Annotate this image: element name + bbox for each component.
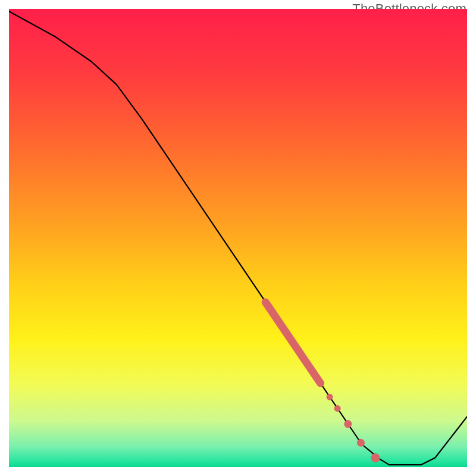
highlight-dot [357, 439, 365, 447]
main-curve [9, 11, 467, 465]
highlight-dot [371, 453, 380, 462]
highlight-dot [327, 394, 333, 400]
plot-area [9, 9, 467, 467]
highlight-segment [265, 302, 320, 383]
bottleneck-chart: TheBottleneck.com [0, 0, 476, 476]
curve-layer [9, 9, 467, 467]
highlight-dot [344, 420, 352, 428]
highlight-dot [334, 405, 341, 412]
